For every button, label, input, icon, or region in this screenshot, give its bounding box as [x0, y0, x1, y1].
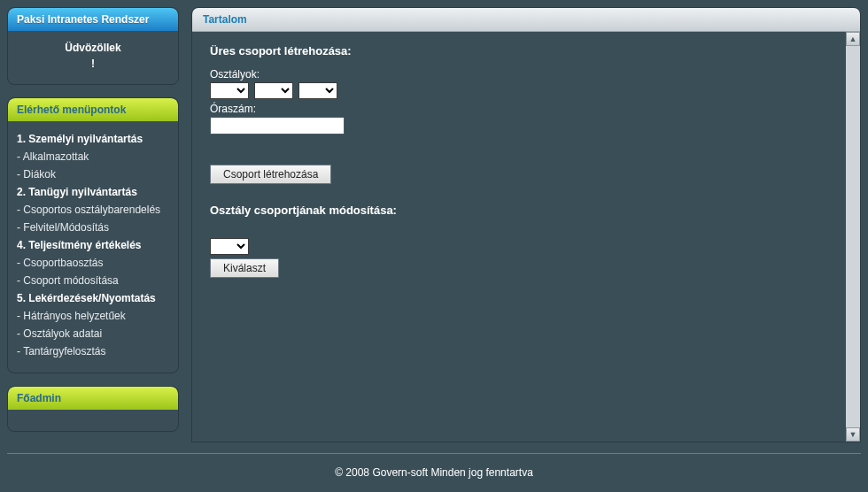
menu-item[interactable]: Csoport módosítása	[17, 272, 169, 289]
modify-group-section: Osztály csoportjának módosítása: Kiválas…	[210, 204, 842, 278]
create-group-button[interactable]: Csoport létrehozása	[210, 165, 331, 184]
menu-list: 1. Személyi nyilvántartásAlkalmazottakDi…	[17, 130, 169, 360]
menu-item[interactable]: Osztályok adatai	[17, 325, 169, 342]
sidebar: Paksi Intranetes Rendszer Üdvözöllek ! E…	[7, 7, 179, 444]
menu-header: Elérhető menüpontok	[8, 98, 178, 121]
scroll-up-icon[interactable]: ▲	[846, 32, 860, 46]
scrollbar[interactable]: ▲ ▼	[846, 32, 860, 442]
menu-item[interactable]: Tantárgyfelosztás	[17, 342, 169, 360]
admin-panel: Főadmin	[7, 386, 179, 432]
select-button[interactable]: Kiválaszt	[210, 258, 279, 278]
hours-input[interactable]	[210, 117, 345, 135]
menu-heading: 5. Lekérdezések/Nyomtatás	[17, 289, 169, 307]
content-panel: Tartalom Üres csoport létrehozása: Osztá…	[191, 7, 861, 442]
content-body: Üres csoport létrehozása: Osztályok: Óra…	[192, 32, 860, 442]
system-title: Paksi Intranetes Rendszer	[8, 8, 178, 31]
footer-copyright: © 2008 Govern-soft Minden jog fenntartva	[7, 454, 861, 491]
welcome-text: Üdvözöllek	[17, 40, 169, 56]
menu-item[interactable]: Alkalmazottak	[17, 148, 169, 165]
classes-label: Osztályok:	[210, 68, 842, 81]
create-group-title: Üres csoport létrehozása:	[210, 44, 842, 58]
menu-heading: 1. Személyi nyilvántartás	[17, 130, 169, 148]
modify-group-title: Osztály csoportjának módosítása:	[210, 204, 842, 217]
menu-panel: Elérhető menüpontok 1. Személyi nyilvánt…	[7, 97, 179, 373]
welcome-punct: !	[17, 56, 169, 72]
class-select-2[interactable]	[254, 82, 293, 99]
menu-item[interactable]: Diákok	[17, 165, 169, 183]
scroll-down-icon[interactable]: ▼	[846, 427, 860, 442]
content-header: Tartalom	[192, 8, 860, 32]
admin-body	[8, 410, 178, 431]
class-select-1[interactable]	[210, 82, 249, 99]
class-select-3[interactable]	[298, 82, 337, 99]
menu-item[interactable]: Felvitel/Módosítás	[17, 219, 169, 236]
menu-item[interactable]: Hátrányos helyzetűek	[17, 307, 169, 325]
create-group-section: Üres csoport létrehozása: Osztályok: Óra…	[210, 44, 842, 184]
menu-item[interactable]: Csoportos osztálybarendelés	[17, 201, 169, 219]
menu-item[interactable]: Csoportbaosztás	[17, 254, 169, 272]
menu-heading: 2. Tanügyi nyilvántartás	[17, 183, 169, 201]
system-title-panel: Paksi Intranetes Rendszer Üdvözöllek !	[7, 7, 179, 85]
admin-header[interactable]: Főadmin	[8, 387, 178, 410]
modify-class-select[interactable]	[210, 238, 249, 255]
menu-heading: 4. Teljesítmény értékelés	[17, 236, 169, 254]
welcome-box: Üdvözöllek !	[8, 31, 178, 84]
hours-label: Óraszám:	[210, 103, 842, 115]
